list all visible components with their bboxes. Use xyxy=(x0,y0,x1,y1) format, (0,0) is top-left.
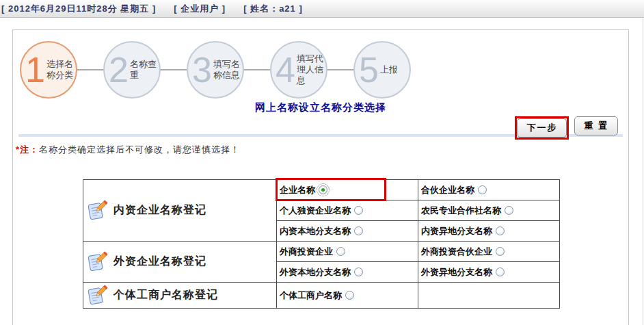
notepad-pencil-icon xyxy=(86,250,108,274)
option-cell-enterprise-name: 企业名称 xyxy=(277,180,418,200)
caution-note: *注：名称分类确定选择后不可修改，请您谨慎选择！ xyxy=(16,144,628,156)
option-text: 内资异地分支名称 xyxy=(421,225,492,237)
option-text: 外商投资企业 xyxy=(280,246,333,258)
page-title: 网上名称设立名称分类选择 xyxy=(13,101,628,115)
reset-button[interactable]: 重 置 xyxy=(574,116,618,135)
next-button-highlight: 下一步 xyxy=(515,116,569,140)
step-number: 3 xyxy=(192,49,212,90)
option-cell-partnership-enterprise-name: 合伙企业名称 xyxy=(418,180,560,200)
option-text: 企业名称 xyxy=(280,184,315,196)
wizard-step-1: 1 选择名称分类 xyxy=(20,41,77,99)
option-cell-sole-proprietorship-name: 个人独资企业名称 xyxy=(277,200,418,221)
wizard-step-5: 5 上报 xyxy=(353,41,411,99)
step-wizard: 1 选择名称分类 2 名称查重 3 填写名称信息 4 填写代理人信息 5 上报 xyxy=(13,30,628,99)
step-label: 填写名称信息 xyxy=(213,59,243,81)
option-text: 内资本地分支名称 xyxy=(280,225,351,237)
step-connector xyxy=(327,69,353,70)
radio-individual-business-name[interactable] xyxy=(345,291,354,300)
step-connector xyxy=(77,69,103,70)
radio-farmer-cooperative-name[interactable] xyxy=(505,206,513,215)
option-text: 个人独资企业名称 xyxy=(280,205,351,217)
name-category-table: 内资企业名称登记 企业名称 合伙企业名称 个人独资企业名称 xyxy=(83,179,560,309)
radio-foreign-nonlocal-branch-name[interactable] xyxy=(496,268,505,276)
option-label: 内资异地分支名称 xyxy=(421,225,505,237)
account-type-label: [ 企业用户 ] xyxy=(174,3,226,15)
option-cell-foreign-local-branch-name: 外资本地分支名称 xyxy=(277,262,418,283)
wizard-step-2: 2 名称查重 xyxy=(103,41,161,99)
wizard-step-4: 4 填写代理人信息 xyxy=(270,41,327,99)
option-cell-domestic-local-branch-name: 内资本地分支名称 xyxy=(277,221,418,242)
radio-enterprise-name[interactable] xyxy=(319,185,327,194)
next-button[interactable]: 下一步 xyxy=(517,118,567,138)
radio-domestic-nonlocal-branch-name[interactable] xyxy=(496,226,505,235)
radio-foreign-invested-partnership[interactable] xyxy=(496,247,505,256)
step-label: 上报 xyxy=(380,64,410,75)
option-label: 内资本地分支名称 xyxy=(280,225,363,237)
option-text: 外商投资合伙企业 xyxy=(421,246,492,258)
option-label: 外资异地分支名称 xyxy=(421,266,505,278)
option-cell-domestic-nonlocal-branch-name: 内资异地分支名称 xyxy=(418,221,560,242)
group-cell-individual-business-registration: 个体工商户名称登记 xyxy=(83,283,277,309)
option-label: 外商投资合伙企业 xyxy=(421,246,505,258)
option-text: 农民专业合作社名称 xyxy=(421,205,501,217)
caution-note-prefix: *注： xyxy=(16,144,39,155)
notepad-pencil-icon xyxy=(86,198,108,222)
step-number: 1 xyxy=(25,49,45,90)
table-row: 外资企业名称登记 外商投资企业 外商投资合伙企业 xyxy=(83,242,560,262)
radio-domestic-local-branch-name[interactable] xyxy=(354,226,363,235)
option-text: 外资异地分支名称 xyxy=(421,266,492,278)
option-label: 企业名称 xyxy=(280,184,327,196)
option-cell-foreign-nonlocal-branch-name: 外资异地分支名称 xyxy=(418,262,560,283)
option-label: 外商投资企业 xyxy=(280,246,345,258)
option-label: 合伙企业名称 xyxy=(421,184,487,196)
radio-partnership-enterprise-name[interactable] xyxy=(478,185,487,194)
toolbar: 下一步 重 置 xyxy=(13,116,618,138)
option-text: 外资本地分支名称 xyxy=(280,266,351,278)
option-text: 合伙企业名称 xyxy=(421,184,474,196)
option-label: 个人独资企业名称 xyxy=(280,205,363,217)
empty-cell xyxy=(418,283,560,309)
option-cell-foreign-invested-enterprise: 外商投资企业 xyxy=(277,242,418,262)
option-text: 个体工商户名称 xyxy=(280,289,342,302)
step-number: 4 xyxy=(276,49,295,90)
table-row: 内资企业名称登记 企业名称 合伙企业名称 xyxy=(83,180,560,200)
step-label: 名称查重 xyxy=(130,59,159,81)
datetime-label: [ 2012年6月29日11时28分 星期五 ] xyxy=(1,3,156,15)
option-cell-individual-business-name: 个体工商户名称 xyxy=(277,283,418,309)
option-label: 外资本地分支名称 xyxy=(280,266,363,278)
step-label: 填写代理人信息 xyxy=(297,53,326,86)
radio-sole-proprietorship-name[interactable] xyxy=(354,206,363,215)
group-cell-foreign-enterprise-registration: 外资企业名称登记 xyxy=(83,242,277,283)
radio-foreign-local-branch-name[interactable] xyxy=(354,268,363,276)
group-label: 内资企业名称登记 xyxy=(113,203,206,218)
top-bar: [ 2012年6月29日11时28分 星期五 ] [ 企业用户 ] [ 姓名：a… xyxy=(0,0,644,18)
right-edge-line xyxy=(643,18,643,325)
step-number: 2 xyxy=(109,49,129,90)
option-cell-farmer-cooperative-name: 农民专业合作社名称 xyxy=(418,200,560,221)
table-row: 个体工商户名称登记 个体工商户名称 xyxy=(83,283,560,309)
step-number: 5 xyxy=(359,49,379,90)
main-panel: 1 选择名称分类 2 名称查重 3 填写名称信息 4 填写代理人信息 5 上报 … xyxy=(12,29,629,325)
option-label: 个体工商户名称 xyxy=(280,289,354,302)
notepad-pencil-icon xyxy=(86,283,108,307)
step-connector xyxy=(161,69,187,70)
group-cell-domestic-enterprise-registration: 内资企业名称登记 xyxy=(83,180,277,242)
step-connector xyxy=(244,69,270,70)
step-label: 选择名称分类 xyxy=(46,59,76,81)
radio-foreign-invested-enterprise[interactable] xyxy=(336,247,345,256)
caution-note-text: 名称分类确定选择后不可修改，请您谨慎选择！ xyxy=(39,144,240,155)
wizard-step-3: 3 填写名称信息 xyxy=(187,41,244,99)
group-label: 外资企业名称登记 xyxy=(113,255,206,269)
username-label: [ 姓名：a21 ] xyxy=(243,3,303,15)
group-label: 个体工商户名称登记 xyxy=(113,288,218,302)
option-label: 农民专业合作社名称 xyxy=(421,205,513,217)
option-cell-foreign-invested-partnership: 外商投资合伙企业 xyxy=(418,242,560,262)
